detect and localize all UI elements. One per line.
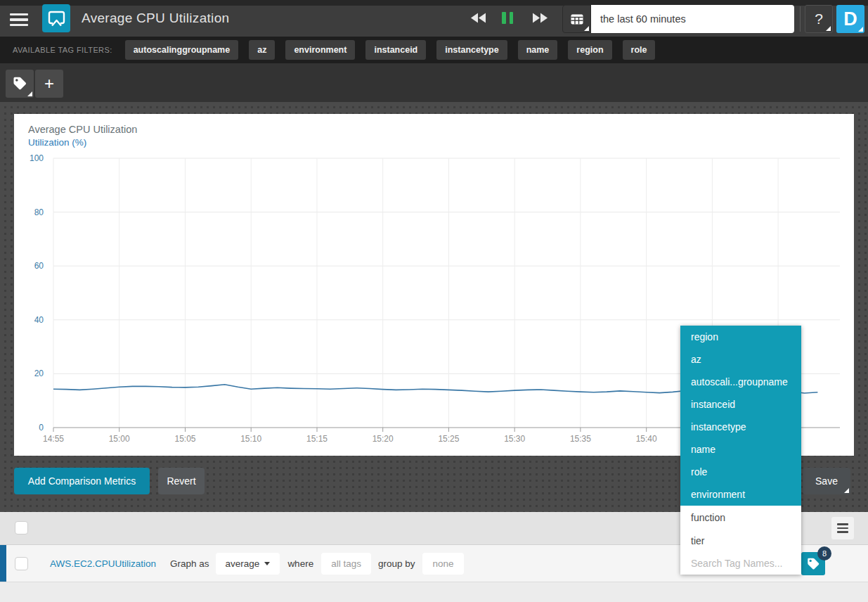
help-button[interactable]: ? [805,5,833,33]
dropdown-item[interactable]: autoscali...groupname [680,371,801,393]
graph-toolbar: + [0,63,868,102]
select-all-checkbox[interactable] [15,521,28,534]
tag-filter-list: autoscalinggroupnameazenvironmentinstanc… [125,40,656,60]
aggregator-select[interactable]: average [216,553,280,575]
add-button[interactable]: + [35,70,63,98]
svg-text:15:10: 15:10 [240,434,261,444]
fast-forward-icon [532,13,548,23]
dropdown-item[interactable]: environment [680,483,801,506]
tag-icon [806,557,820,571]
calendar-button[interactable] [562,5,591,33]
svg-text:15:40: 15:40 [636,434,657,444]
svg-text:15:15: 15:15 [306,434,328,444]
corner-handle-icon [584,26,589,31]
dropdown-item[interactable]: instanceid [680,393,801,416]
row-accent-bar [0,545,6,582]
top-header: Average CPU Utilization ? [0,0,868,37]
svg-text:60: 60 [34,261,44,271]
fast-forward-button[interactable] [531,11,549,27]
tag-filter-autoscalinggroupname[interactable]: autoscalinggroupname [125,40,239,60]
corner-handle-icon [826,26,831,31]
metric-explorer-logo[interactable] [42,4,70,32]
scope-select[interactable]: all tags [321,553,371,575]
dropdown-item[interactable]: tier [680,529,801,552]
svg-text:15:30: 15:30 [504,434,525,444]
svg-text:40: 40 [34,315,44,325]
dropdown-item[interactable]: function [680,506,801,529]
svg-text:80: 80 [34,207,44,217]
menu-button[interactable] [10,13,28,26]
tag-filter-instancetype[interactable]: instancetype [436,40,507,60]
rewind-button[interactable] [469,11,488,27]
dropdown-item[interactable]: instancetype [680,416,801,438]
app-root: Average CPU Utilization ? [0,0,868,602]
metric-name-link[interactable]: AWS.EC2.CPUUtilization [50,558,156,569]
tag-search-input[interactable] [680,552,801,575]
available-tag-filters-label: AVAILABLE TAG FILTERS: [13,46,112,54]
tag-count-badge: 8 [817,546,831,561]
tag-filter-region[interactable]: region [568,40,611,60]
dropdown-plain-group: functiontier [680,506,801,552]
corner-handle-icon [844,488,849,493]
svg-text:15:25: 15:25 [438,434,459,444]
brand-button[interactable]: D [836,5,864,33]
calendar-icon [570,13,584,26]
metric-checkbox[interactable] [15,557,28,570]
dropdown-item[interactable]: region [680,326,801,348]
dropdown-item[interactable]: role [680,461,801,483]
revert-button[interactable]: Revert [158,468,205,494]
where-label: where [287,558,313,569]
list-menu-button[interactable] [831,517,854,539]
svg-text:20: 20 [34,369,44,378]
svg-text:14:55: 14:55 [43,434,64,444]
question-mark-icon: ? [815,11,823,27]
svg-text:100: 100 [30,153,44,163]
brand-d-icon: D [843,8,857,30]
svg-text:15:00: 15:00 [109,434,130,444]
svg-text:15:20: 15:20 [373,434,394,444]
corner-handle-icon [858,27,863,32]
tag-filter-environment[interactable]: environment [285,40,355,60]
menu-bars-icon [837,523,848,525]
tag-icon [12,76,27,91]
tag-filter-az[interactable]: az [249,40,275,60]
tag-filter-button[interactable] [6,70,34,98]
pause-button[interactable] [500,11,514,25]
dropdown-item[interactable]: az [680,348,801,371]
corner-handle-icon [27,91,32,96]
y-axis: 020406080100 [30,153,44,433]
tag-filter-instanceid[interactable]: instanceid [365,40,426,60]
metric-logo-icon [42,4,70,32]
svg-text:15:35: 15:35 [570,434,591,444]
plus-icon: + [44,71,54,96]
tag-filter-role[interactable]: role [623,40,656,60]
rewind-icon [471,13,486,23]
timeframe-input[interactable] [591,5,794,33]
save-button[interactable]: Save [803,468,850,494]
svg-text:0: 0 [39,423,44,433]
svg-text:15:05: 15:05 [174,434,195,444]
add-comparison-metrics-button[interactable]: Add Comparison Metrics [14,468,150,494]
dropdown-item[interactable]: name [680,438,801,461]
caret-down-icon [264,562,270,565]
dropdown-highlighted-group: regionazautoscali...groupnameinstanceidi… [680,326,801,506]
header-divider [800,6,801,32]
menu-icon [10,13,28,15]
group-by-select[interactable]: none [422,553,463,575]
graph-as-label: Graph as [170,558,209,569]
tag-filter-name[interactable]: name [518,40,558,60]
tag-names-dropdown: regionazautoscali...groupnameinstanceidi… [680,326,801,575]
page-title: Average CPU Utilization [82,11,229,26]
pause-icon [502,12,506,24]
group-by-label: group by [378,558,415,569]
available-tag-filters-bar: AVAILABLE TAG FILTERS: autoscalinggroupn… [0,37,868,63]
